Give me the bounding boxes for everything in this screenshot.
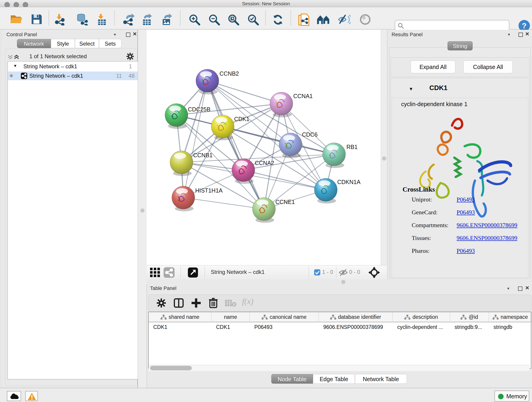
splitter-handle[interactable] [140,209,144,212]
cloud-status-button[interactable] [7,391,21,401]
column-header-shared-name[interactable]: shared name [149,312,211,322]
string-view-icon[interactable] [164,267,175,278]
table-cell[interactable]: stringdb:9... [455,324,488,330]
node-CCNA2[interactable] [232,159,255,184]
zoom-selected-icon[interactable] [247,13,259,26]
table-cell[interactable]: CDK1 [153,324,210,330]
table-cell[interactable]: 9606.ENSP00000378699 [323,324,391,330]
crosslink-link[interactable]: 9606.ENSP00000378699 [457,235,517,242]
node-CDC6[interactable] [279,133,302,158]
tab-edge-table[interactable]: Edge Table [313,374,355,384]
network-canvas[interactable]: CCNB2CCNA1CDC25BCDK1CDC6RB1CCNB1CCNA2CDK… [147,30,387,265]
close-panel-icon[interactable]: × [525,30,529,38]
hidden-eye-slash-icon[interactable] [339,269,348,276]
node-CCNB2[interactable] [196,69,219,95]
close-panel-icon[interactable]: × [525,284,529,292]
table-cell[interactable]: cyclin-dependent ... [397,324,449,330]
memory-button[interactable]: Memory [494,390,529,402]
homes-icon[interactable] [317,13,330,25]
collapse-icon[interactable]: ▼ [13,64,17,68]
collapse-section-icon[interactable]: ▼ [409,86,413,92]
splitter-handle[interactable] [382,157,386,160]
tab-network[interactable]: Network [17,39,51,48]
node-table[interactable]: shared namenamecanonical namedatabase id… [148,312,531,369]
node-CDKN1A[interactable] [314,178,337,204]
node-CDK1[interactable] [211,115,234,140]
import-network-icon[interactable] [54,13,67,26]
float-panel-icon[interactable] [126,32,130,37]
edge-CCNA2-CDKN1A[interactable] [243,170,326,190]
float-panel-icon[interactable] [518,287,522,291]
tab-string[interactable]: String [447,41,473,51]
vertical-splitter-left[interactable] [138,30,147,388]
node-HIST1H1A[interactable] [172,186,195,211]
sphere-icon[interactable] [359,13,371,26]
warnings-button[interactable] [25,391,38,401]
column-header-database-identifier[interactable]: database identifier [319,312,393,322]
selected-checkbox-icon[interactable] [314,269,320,275]
show-columns-icon[interactable] [174,298,184,308]
tab-network-table[interactable]: Network Table [355,374,407,384]
birds-eye-view-icon[interactable] [150,268,160,278]
network-row-selected[interactable]: String Network – cdk1 11 48 [8,71,138,80]
float-panel-icon[interactable] [519,32,523,37]
add-column-icon[interactable] [191,298,201,308]
panel-menu-icon[interactable]: ▼ [507,287,510,290]
export-network-icon[interactable] [123,13,136,26]
open-in-window-icon[interactable] [188,267,198,278]
refresh-icon[interactable] [272,13,284,26]
horizontal-scrollbar[interactable] [149,365,530,371]
crosslink-link[interactable]: 9606.ENSP00000378699 [457,222,517,229]
crosslink-link[interactable]: P06493 [457,248,475,254]
collapse-all-button[interactable]: Collapse All [463,61,513,73]
splitter-handle[interactable] [341,280,345,284]
zoom-in-icon[interactable] [188,13,201,26]
import-database-icon[interactable] [76,13,89,26]
node-CCNA1[interactable] [270,92,293,117]
tab-select[interactable]: Select [75,39,99,48]
crosslink-link[interactable]: P06493 [457,196,475,203]
tab-sets[interactable]: Sets [99,39,121,48]
edge-HIST1H1A-CCNE1[interactable] [183,198,264,209]
delete-column-trash-icon[interactable] [209,298,218,308]
crosslink-link[interactable]: P06493 [457,209,475,216]
scrollbar-thumb[interactable] [150,366,192,370]
node-CCNE1[interactable] [253,198,275,223]
save-session-icon[interactable] [31,13,42,25]
node-CCNB1[interactable] [170,151,193,176]
table-settings-gear-icon[interactable] [157,298,166,307]
table-cell[interactable]: CDK1 [216,324,248,330]
horizontal-splitter[interactable] [147,279,532,284]
panel-menu-icon[interactable]: ▼ [507,32,511,36]
network-graph[interactable]: CCNB2CCNA1CDC25BCDK1CDC6RB1CCNB1CCNA2CDK… [147,30,387,265]
import-table-icon[interactable] [96,13,108,26]
tab-node-table[interactable]: Node Table [271,374,313,384]
tab-style[interactable]: Style [51,39,75,48]
export-image-icon[interactable] [160,13,173,26]
column-header-name[interactable]: name [211,312,250,322]
zoom-out-icon[interactable] [208,13,220,26]
expand-all-button[interactable]: Expand All [411,61,456,73]
zoom-fit-icon[interactable] [227,13,240,26]
column-header-description[interactable]: description [393,312,450,322]
edge-CCNB2-HIST1H1A[interactable] [183,81,207,198]
table-cell[interactable]: stringdb [494,324,530,330]
column-header-namespace[interactable]: namespace [489,312,532,322]
collapse-all-icon[interactable] [7,55,13,60]
node-CDC25B[interactable] [165,104,188,129]
panel-menu-icon[interactable]: ▼ [113,32,117,36]
show-hide-icon[interactable] [338,13,351,26]
open-session-icon[interactable] [10,13,23,25]
vertical-splitter-right[interactable] [381,30,387,265]
column-header-canonical-name[interactable]: canonical name [250,312,319,322]
expand-all-icon[interactable] [14,55,19,60]
node-RB1[interactable] [323,143,346,168]
close-panel-icon[interactable]: × [133,30,137,38]
network-collection-row[interactable]: ▼ String Network – cdk1 1 [8,63,138,71]
table-cell[interactable]: P06493 [254,324,317,330]
fit-content-crosshair-icon[interactable] [368,267,380,278]
export-table-icon[interactable] [141,13,153,26]
share-document-icon[interactable] [298,13,310,26]
column-header--id[interactable]: @id [450,312,489,322]
gear-icon[interactable] [127,53,134,60]
